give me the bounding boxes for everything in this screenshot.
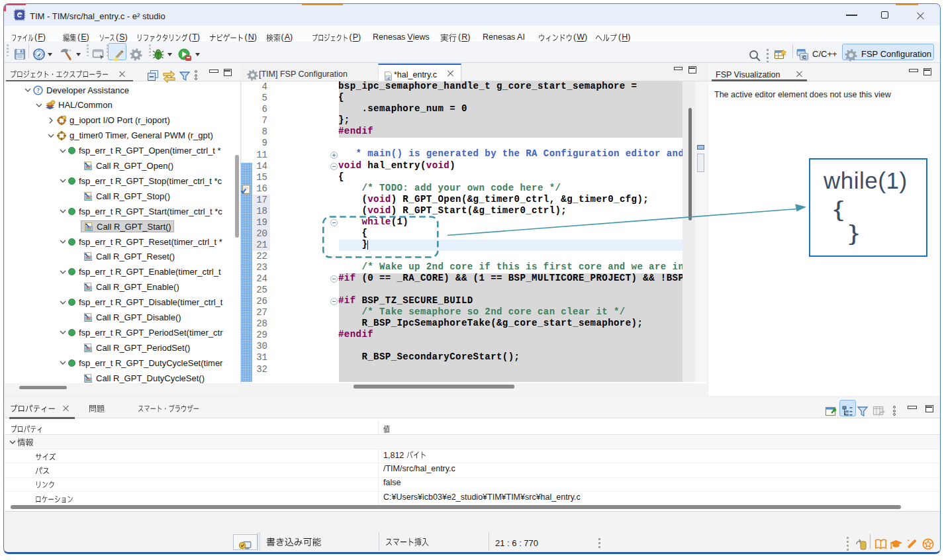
- svg-text:.c: .c: [387, 76, 390, 80]
- svg-text:?: ?: [36, 87, 40, 94]
- svg-text:C: C: [802, 54, 806, 60]
